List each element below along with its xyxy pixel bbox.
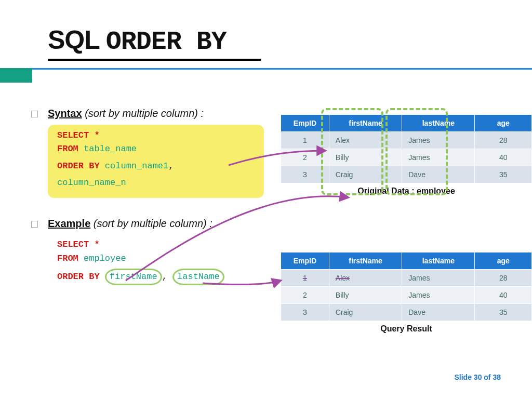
id-coln: column_name_n — [57, 178, 126, 188]
kw-orderby: ORDER BY — [57, 161, 100, 171]
cell: James — [402, 287, 475, 304]
result-caption: Query Result — [281, 324, 532, 334]
header-lastname: lastName — [402, 252, 475, 270]
page-title: SQL ORDER BY — [0, 0, 532, 59]
footer-of: of — [482, 373, 493, 381]
cell: James — [402, 132, 475, 149]
cell: Craig — [329, 304, 402, 321]
cell: Dave — [402, 304, 475, 321]
cell: Craig — [329, 166, 402, 183]
cell: 28 — [475, 270, 532, 287]
footer-prefix: Slide — [454, 373, 473, 381]
cell: Alex — [329, 132, 402, 149]
cell: Dave — [402, 166, 475, 183]
table-header-row: EmpID firstName lastName age — [281, 115, 532, 132]
original-caption: Original Data : employee — [281, 187, 532, 196]
footer-total: 38 — [493, 373, 501, 381]
kw-select: SELECT * — [57, 130, 100, 140]
id-employee: employee — [84, 254, 126, 263]
table-row: 1 Alex James 28 — [281, 270, 532, 287]
original-table-wrap: EmpID firstName lastName age 1 Alex Jame… — [281, 114, 532, 196]
table-row: 2 Billy James 40 — [281, 149, 532, 166]
title-underline — [48, 59, 261, 61]
header-firstname: firstName — [329, 115, 402, 132]
kw-from2: FROM — [57, 254, 78, 263]
header-empid: EmpID — [281, 115, 329, 132]
cell: 2 — [281, 287, 329, 304]
syntax-heading-bold: Syntax — [48, 108, 82, 119]
result-table: EmpID firstName lastName age 1 Alex Jame… — [281, 252, 532, 321]
header-lastname: lastName — [402, 115, 475, 132]
cell: Alex — [329, 270, 402, 287]
example-code: SELECT * FROM employee ORDER BY firstNam… — [48, 235, 264, 288]
cell: James — [402, 270, 475, 287]
header-firstname: firstName — [329, 252, 402, 270]
id-firstname: firstName — [105, 269, 162, 285]
cell: 35 — [475, 304, 532, 321]
slide-footer: Slide 30 of 38 — [454, 373, 501, 381]
cell: Billy — [329, 287, 402, 304]
title-part2: ORDER BY — [106, 27, 227, 57]
table-row: 3 Craig Dave 35 — [281, 304, 532, 321]
example-heading-bold: Example — [48, 218, 90, 229]
header-age: age — [475, 115, 532, 132]
table-row: 2 Billy James 40 — [281, 287, 532, 304]
table-row: 3 Craig Dave 35 — [281, 166, 532, 183]
header-empid: EmpID — [281, 252, 329, 270]
comma: , — [168, 161, 174, 171]
cell: 1 — [281, 270, 329, 287]
example-heading-rest: (sort by multiple column) : — [94, 218, 212, 229]
slide: SQL ORDER BY Syntax (sort by multiple co… — [0, 0, 532, 399]
example-heading: Example (sort by multiple column) : — [48, 218, 511, 230]
cell: 3 — [281, 166, 329, 183]
syntax-heading-rest: (sort by multiple column) : — [85, 108, 204, 119]
accent-bar — [0, 68, 532, 83]
title-part1: SQL — [48, 25, 99, 55]
kw-from: FROM — [57, 144, 78, 154]
id-table-name: table_name — [84, 144, 137, 154]
table-header-row: EmpID firstName lastName age — [281, 252, 532, 270]
table-row: 1 Alex James 28 — [281, 132, 532, 149]
cell: 3 — [281, 304, 329, 321]
result-table-wrap: EmpID firstName lastName age 1 Alex Jame… — [281, 252, 532, 334]
id-col1: column_name1 — [105, 161, 168, 171]
kw-orderby2: ORDER BY — [57, 272, 100, 282]
kw-select2: SELECT * — [57, 240, 100, 249]
cell: 1 — [281, 132, 329, 149]
header-age: age — [475, 252, 532, 270]
cell: James — [402, 149, 475, 166]
cell: 35 — [475, 166, 532, 183]
cell: 40 — [475, 149, 532, 166]
cell: 28 — [475, 132, 532, 149]
original-table: EmpID firstName lastName age 1 Alex Jame… — [281, 114, 532, 183]
id-lastname: lastName — [172, 269, 224, 285]
cell: 2 — [281, 149, 329, 166]
cell: Billy — [329, 149, 402, 166]
syntax-codebox: SELECT * FROM table_name ORDER BY column… — [48, 125, 264, 198]
cell: 40 — [475, 287, 532, 304]
footer-num: 30 — [474, 373, 482, 381]
